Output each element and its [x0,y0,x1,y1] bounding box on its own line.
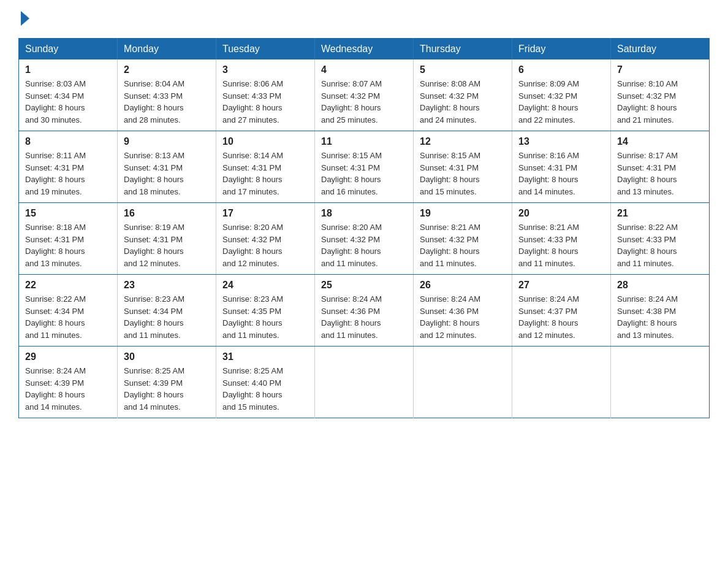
day-info: Sunrise: 8:06 AMSunset: 4:33 PMDaylight:… [222,78,308,126]
calendar-cell: 20 Sunrise: 8:21 AMSunset: 4:33 PMDaylig… [512,203,611,275]
weekday-header-tuesday: Tuesday [216,39,315,60]
day-number: 29 [25,351,111,362]
weekday-header-wednesday: Wednesday [315,39,414,60]
day-info: Sunrise: 8:20 AMSunset: 4:32 PMDaylight:… [321,221,407,269]
calendar-cell: 24 Sunrise: 8:23 AMSunset: 4:35 PMDaylig… [216,275,315,347]
day-number: 6 [518,64,604,75]
calendar-cell [414,347,512,418]
day-number: 22 [25,280,111,291]
day-number: 1 [25,64,111,75]
calendar-week-row: 8 Sunrise: 8:11 AMSunset: 4:31 PMDayligh… [19,131,710,203]
calendar-cell: 16 Sunrise: 8:19 AMSunset: 4:31 PMDaylig… [118,203,216,275]
day-number: 13 [518,136,604,147]
day-info: Sunrise: 8:08 AMSunset: 4:32 PMDaylight:… [420,78,506,126]
weekday-header-sunday: Sunday [19,39,118,60]
calendar-cell: 8 Sunrise: 8:11 AMSunset: 4:31 PMDayligh… [19,131,118,203]
calendar-week-row: 29 Sunrise: 8:24 AMSunset: 4:39 PMDaylig… [19,347,710,418]
day-number: 21 [617,208,703,219]
day-info: Sunrise: 8:24 AMSunset: 4:37 PMDaylight:… [518,293,604,341]
day-number: 25 [321,280,407,291]
calendar-cell: 13 Sunrise: 8:16 AMSunset: 4:31 PMDaylig… [512,131,611,203]
day-info: Sunrise: 8:16 AMSunset: 4:31 PMDaylight:… [518,150,604,197]
day-info: Sunrise: 8:25 AMSunset: 4:40 PMDaylight:… [222,365,308,413]
day-info: Sunrise: 8:10 AMSunset: 4:32 PMDaylight:… [617,78,703,126]
day-info: Sunrise: 8:24 AMSunset: 4:38 PMDaylight:… [617,293,703,341]
logo-arrow-icon [21,11,29,26]
calendar-cell: 7 Sunrise: 8:10 AMSunset: 4:32 PMDayligh… [611,59,710,131]
calendar-cell: 3 Sunrise: 8:06 AMSunset: 4:33 PMDayligh… [216,59,315,131]
calendar-table: SundayMondayTuesdayWednesdayThursdayFrid… [18,38,710,418]
calendar-cell: 9 Sunrise: 8:13 AMSunset: 4:31 PMDayligh… [118,131,216,203]
day-info: Sunrise: 8:22 AMSunset: 4:34 PMDaylight:… [25,293,111,341]
weekday-header-row: SundayMondayTuesdayWednesdayThursdayFrid… [19,39,710,60]
logo [18,12,29,26]
day-info: Sunrise: 8:13 AMSunset: 4:31 PMDaylight:… [124,150,210,197]
day-number: 2 [124,64,210,75]
day-info: Sunrise: 8:23 AMSunset: 4:34 PMDaylight:… [124,293,210,341]
day-number: 12 [420,136,506,147]
day-info: Sunrise: 8:07 AMSunset: 4:32 PMDaylight:… [321,78,407,126]
day-number: 26 [420,280,506,291]
day-number: 23 [124,280,210,291]
day-number: 5 [420,64,506,75]
day-info: Sunrise: 8:11 AMSunset: 4:31 PMDaylight:… [25,150,111,197]
day-info: Sunrise: 8:09 AMSunset: 4:32 PMDaylight:… [518,78,604,126]
day-info: Sunrise: 8:15 AMSunset: 4:31 PMDaylight:… [321,150,407,197]
day-info: Sunrise: 8:04 AMSunset: 4:33 PMDaylight:… [124,78,210,126]
calendar-week-row: 1 Sunrise: 8:03 AMSunset: 4:34 PMDayligh… [19,59,710,131]
weekday-header-thursday: Thursday [414,39,512,60]
calendar-cell: 23 Sunrise: 8:23 AMSunset: 4:34 PMDaylig… [118,275,216,347]
calendar-cell: 30 Sunrise: 8:25 AMSunset: 4:39 PMDaylig… [118,347,216,418]
day-number: 16 [124,208,210,219]
weekday-header-saturday: Saturday [611,39,710,60]
calendar-week-row: 22 Sunrise: 8:22 AMSunset: 4:34 PMDaylig… [19,275,710,347]
day-number: 27 [518,280,604,291]
day-number: 10 [222,136,308,147]
day-info: Sunrise: 8:19 AMSunset: 4:31 PMDaylight:… [124,221,210,269]
day-number: 17 [222,208,308,219]
day-info: Sunrise: 8:21 AMSunset: 4:32 PMDaylight:… [420,221,506,269]
day-number: 18 [321,208,407,219]
day-number: 3 [222,64,308,75]
calendar-cell: 17 Sunrise: 8:20 AMSunset: 4:32 PMDaylig… [216,203,315,275]
day-info: Sunrise: 8:20 AMSunset: 4:32 PMDaylight:… [222,221,308,269]
day-number: 11 [321,136,407,147]
day-info: Sunrise: 8:03 AMSunset: 4:34 PMDaylight:… [25,78,111,126]
calendar-cell: 29 Sunrise: 8:24 AMSunset: 4:39 PMDaylig… [19,347,118,418]
day-number: 31 [222,351,308,362]
calendar-cell: 27 Sunrise: 8:24 AMSunset: 4:37 PMDaylig… [512,275,611,347]
day-number: 30 [124,351,210,362]
day-number: 9 [124,136,210,147]
calendar-cell: 11 Sunrise: 8:15 AMSunset: 4:31 PMDaylig… [315,131,414,203]
day-info: Sunrise: 8:21 AMSunset: 4:33 PMDaylight:… [518,221,604,269]
calendar-cell: 4 Sunrise: 8:07 AMSunset: 4:32 PMDayligh… [315,59,414,131]
day-number: 15 [25,208,111,219]
day-info: Sunrise: 8:18 AMSunset: 4:31 PMDaylight:… [25,221,111,269]
calendar-cell: 15 Sunrise: 8:18 AMSunset: 4:31 PMDaylig… [19,203,118,275]
calendar-cell: 18 Sunrise: 8:20 AMSunset: 4:32 PMDaylig… [315,203,414,275]
calendar-cell: 12 Sunrise: 8:15 AMSunset: 4:31 PMDaylig… [414,131,512,203]
day-number: 20 [518,208,604,219]
calendar-cell: 22 Sunrise: 8:22 AMSunset: 4:34 PMDaylig… [19,275,118,347]
day-info: Sunrise: 8:17 AMSunset: 4:31 PMDaylight:… [617,150,703,197]
day-number: 7 [617,64,703,75]
weekday-header-friday: Friday [512,39,611,60]
calendar-cell [512,347,611,418]
calendar-cell: 14 Sunrise: 8:17 AMSunset: 4:31 PMDaylig… [611,131,710,203]
calendar-cell: 1 Sunrise: 8:03 AMSunset: 4:34 PMDayligh… [19,59,118,131]
day-info: Sunrise: 8:23 AMSunset: 4:35 PMDaylight:… [222,293,308,341]
calendar-cell: 28 Sunrise: 8:24 AMSunset: 4:38 PMDaylig… [611,275,710,347]
calendar-cell: 19 Sunrise: 8:21 AMSunset: 4:32 PMDaylig… [414,203,512,275]
calendar-cell: 10 Sunrise: 8:14 AMSunset: 4:31 PMDaylig… [216,131,315,203]
calendar-cell [315,347,414,418]
calendar-cell: 21 Sunrise: 8:22 AMSunset: 4:33 PMDaylig… [611,203,710,275]
calendar-week-row: 15 Sunrise: 8:18 AMSunset: 4:31 PMDaylig… [19,203,710,275]
calendar-cell: 31 Sunrise: 8:25 AMSunset: 4:40 PMDaylig… [216,347,315,418]
day-info: Sunrise: 8:24 AMSunset: 4:36 PMDaylight:… [420,293,506,341]
calendar-cell: 25 Sunrise: 8:24 AMSunset: 4:36 PMDaylig… [315,275,414,347]
calendar-cell: 26 Sunrise: 8:24 AMSunset: 4:36 PMDaylig… [414,275,512,347]
day-info: Sunrise: 8:24 AMSunset: 4:39 PMDaylight:… [25,365,111,413]
day-info: Sunrise: 8:22 AMSunset: 4:33 PMDaylight:… [617,221,703,269]
day-info: Sunrise: 8:24 AMSunset: 4:36 PMDaylight:… [321,293,407,341]
page-header [18,12,710,26]
